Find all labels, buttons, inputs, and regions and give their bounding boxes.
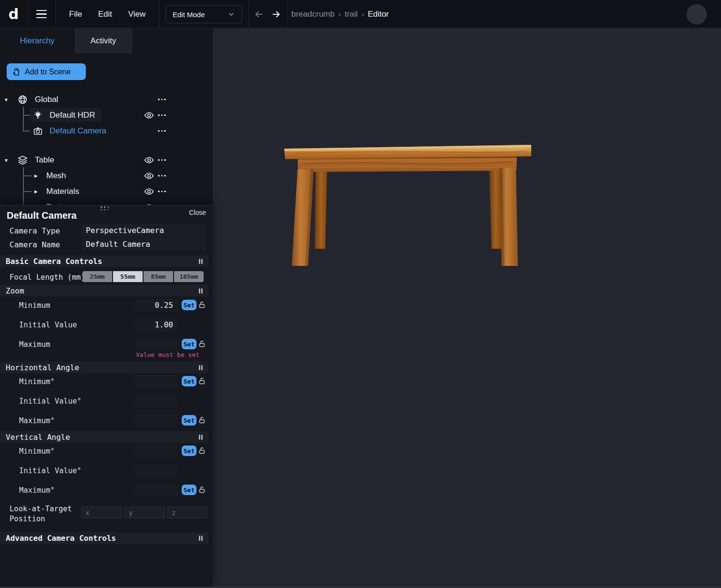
more-options-icon[interactable] xyxy=(158,99,166,101)
section-horizontal-angle: Horizontal Angle xyxy=(0,362,208,373)
section-handle-icon[interactable] xyxy=(199,288,203,294)
visibility-eye-icon[interactable] xyxy=(144,171,154,181)
chevron-down-icon xyxy=(227,10,235,18)
section-advanced-camera-controls: Advanced Camera Controls xyxy=(0,532,208,544)
section-handle-icon[interactable] xyxy=(199,435,203,440)
focal-option-55mm[interactable]: 55mm xyxy=(113,271,143,282)
tree-label-selected: Default Camera xyxy=(50,126,106,136)
visibility-eye-icon[interactable] xyxy=(144,186,154,196)
section-vertical-angle: Vertical Angle xyxy=(0,431,208,443)
breadcrumb: breadcrumb › trail › Editor xyxy=(291,0,389,28)
more-options-icon[interactable] xyxy=(158,130,166,132)
tree-label: Mesh xyxy=(46,171,66,181)
unlock-icon[interactable] xyxy=(198,377,206,385)
top-bar: d File Edit View Edit Mode breadcrumb › … xyxy=(0,0,721,28)
hangle-max-set-button[interactable]: Set xyxy=(182,415,196,426)
hamburger-menu-icon[interactable] xyxy=(27,0,55,28)
unlock-icon[interactable] xyxy=(198,446,206,455)
section-title: Vertical Angle xyxy=(6,433,70,442)
edit-mode-dropdown[interactable]: Edit Mode xyxy=(165,5,242,23)
breadcrumb-separator: › xyxy=(339,10,341,18)
tab-activity[interactable]: Activity xyxy=(74,28,132,53)
back-arrow-icon[interactable] xyxy=(254,9,264,20)
unlock-icon[interactable] xyxy=(198,340,206,348)
hangle-min-set-button[interactable]: Set xyxy=(182,376,196,386)
tree-row-table[interactable]: ▼ Table xyxy=(0,152,213,168)
caret-down-icon[interactable]: ▼ xyxy=(4,157,9,162)
add-to-scene-button[interactable]: Add to Scene xyxy=(7,63,86,80)
more-options-icon[interactable] xyxy=(158,114,166,116)
light-bulb-icon xyxy=(33,110,43,120)
caret-right-icon[interactable]: ▶ xyxy=(34,189,38,194)
tab-hierarchy[interactable]: Hierarchy xyxy=(0,28,74,53)
menu-file[interactable]: File xyxy=(69,10,82,19)
section-basic-camera-controls: Basic Camera Controls xyxy=(0,255,208,267)
forward-arrow-icon[interactable] xyxy=(271,9,281,20)
menu-view[interactable]: View xyxy=(128,10,146,19)
tree-label: Default HDR xyxy=(50,111,95,120)
caret-down-icon[interactable]: ▼ xyxy=(4,97,9,102)
section-handle-icon[interactable] xyxy=(199,536,203,541)
lookat-label-line2: Position xyxy=(10,515,45,523)
section-title: Zoom xyxy=(6,286,24,295)
inspector-title: Default Camera xyxy=(7,210,77,221)
vangle-initial-input[interactable] xyxy=(135,464,178,477)
menu-bar: File Edit View xyxy=(55,0,159,28)
app-logo[interactable]: d xyxy=(0,0,27,28)
tree-row-default-camera[interactable]: Default Camera xyxy=(0,123,213,139)
unlock-icon[interactable] xyxy=(198,486,206,494)
lookat-z-input[interactable] xyxy=(167,507,208,518)
tree-row-mesh[interactable]: ▶ Mesh xyxy=(0,168,213,183)
divider xyxy=(287,0,287,28)
focal-length-segmented-control: 25mm 55mm 85mm 105mm xyxy=(82,271,204,282)
zoom-min-set-button[interactable]: Set xyxy=(182,300,196,310)
camera-type-input[interactable] xyxy=(81,224,206,237)
camera-name-label: Camera Name xyxy=(10,240,60,249)
table-3d-model[interactable] xyxy=(284,143,532,269)
section-handle-icon[interactable] xyxy=(199,259,203,264)
lookat-y-input[interactable] xyxy=(124,507,165,518)
unlock-icon[interactable] xyxy=(198,301,206,309)
breadcrumb-item[interactable]: breadcrumb xyxy=(291,10,335,19)
visibility-eye-icon[interactable] xyxy=(144,110,154,120)
zoom-initial-input[interactable] xyxy=(135,318,178,331)
avatar[interactable] xyxy=(686,4,707,25)
focal-option-105mm[interactable]: 105mm xyxy=(174,271,204,282)
caret-right-icon[interactable]: ▶ xyxy=(34,173,38,178)
zoom-max-set-button[interactable]: Set xyxy=(182,339,196,349)
zoom-max-input[interactable] xyxy=(135,338,178,351)
visibility-eye-icon[interactable] xyxy=(144,155,154,165)
section-handle-icon[interactable] xyxy=(199,365,203,370)
hangle-initial-input[interactable] xyxy=(135,395,178,407)
history-nav xyxy=(248,0,287,28)
tree-row-materials[interactable]: ▶ Materials xyxy=(0,183,213,199)
tree-row-global[interactable]: ▼ Global xyxy=(0,91,213,107)
3d-viewport[interactable] xyxy=(213,28,721,588)
validation-error: Value must be set xyxy=(136,351,199,358)
vangle-max-set-button[interactable]: Set xyxy=(182,485,196,495)
camera-name-input[interactable] xyxy=(81,238,206,251)
tree-row-default-hdr[interactable]: Default HDR xyxy=(0,107,213,123)
vangle-max-input[interactable] xyxy=(135,484,178,497)
focal-option-25mm[interactable]: 25mm xyxy=(82,271,112,282)
panel-resize-grip-icon[interactable] xyxy=(101,206,110,211)
unlock-icon[interactable] xyxy=(198,416,206,424)
menu-edit[interactable]: Edit xyxy=(98,10,112,19)
hangle-min-input[interactable] xyxy=(135,375,178,388)
tree-label: Materials xyxy=(46,187,79,196)
section-zoom: Zoom xyxy=(0,285,208,296)
more-options-icon[interactable] xyxy=(158,175,166,177)
close-button[interactable]: Close xyxy=(189,209,206,216)
section-title: Basic Camera Controls xyxy=(6,257,102,266)
more-options-icon[interactable] xyxy=(158,191,166,193)
vangle-initial-label: Initial Value° xyxy=(19,466,82,475)
hangle-max-input[interactable] xyxy=(135,414,178,427)
lookat-label-line1: Look-at-Target xyxy=(10,505,72,513)
breadcrumb-item[interactable]: trail xyxy=(345,10,358,19)
vangle-min-set-button[interactable]: Set xyxy=(182,446,196,456)
lookat-x-input[interactable] xyxy=(81,507,122,518)
vangle-min-input[interactable] xyxy=(135,445,178,457)
more-options-icon[interactable] xyxy=(158,159,166,161)
zoom-min-input[interactable] xyxy=(135,299,178,312)
focal-option-85mm[interactable]: 85mm xyxy=(144,271,173,282)
